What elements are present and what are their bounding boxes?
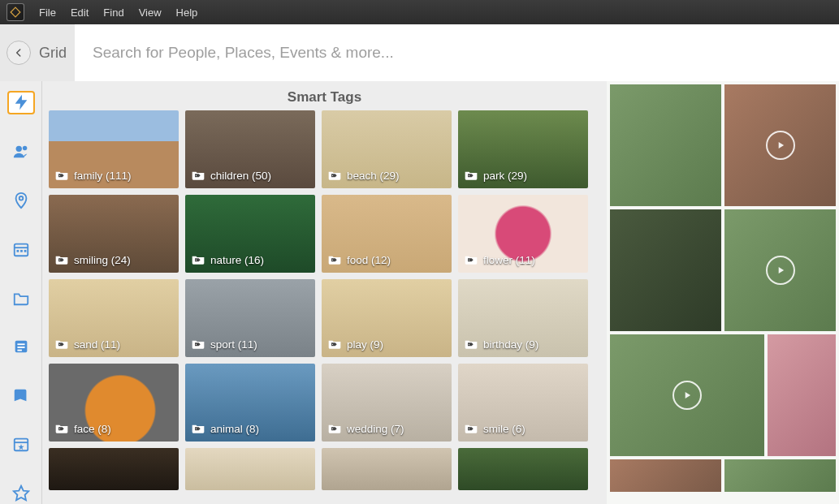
tag-overlay: sand (11) bbox=[55, 338, 120, 351]
svg-point-18 bbox=[332, 175, 333, 176]
view-mode-label: Grid bbox=[39, 45, 67, 62]
menu-file[interactable]: File bbox=[39, 6, 56, 19]
sidebar-auto-icon[interactable] bbox=[7, 91, 35, 114]
tag-overlay: smiling (24) bbox=[55, 253, 131, 267]
sidebar-places-icon[interactable] bbox=[7, 189, 35, 212]
tag-card-sand[interactable]: sand (11) bbox=[49, 279, 179, 357]
tag-card-face[interactable]: face (8) bbox=[49, 364, 179, 442]
tag-card-partial[interactable] bbox=[49, 448, 179, 490]
svg-point-0 bbox=[15, 145, 21, 151]
tag-label: family (111) bbox=[74, 170, 132, 182]
tag-card-park[interactable]: park (29) bbox=[458, 110, 588, 188]
tag-label: smiling (24) bbox=[74, 254, 131, 266]
tag-overlay: play (9) bbox=[328, 338, 383, 351]
tag-folder-icon bbox=[328, 338, 341, 351]
tag-overlay: flower (11) bbox=[465, 253, 535, 267]
menu-edit[interactable]: Edit bbox=[71, 6, 89, 19]
svg-rect-10 bbox=[17, 347, 24, 348]
tag-overlay: animal (8) bbox=[192, 422, 259, 436]
tag-label: park (29) bbox=[483, 170, 527, 182]
sidebar-people-icon[interactable] bbox=[7, 140, 35, 163]
tag-folder-icon bbox=[328, 169, 341, 183]
search-row: Grid bbox=[0, 24, 839, 81]
sidebar-events-icon[interactable] bbox=[7, 433, 35, 455]
tag-folder-icon bbox=[465, 253, 478, 267]
bg-tile[interactable] bbox=[724, 209, 836, 331]
tag-folder-icon bbox=[192, 422, 205, 436]
svg-rect-6 bbox=[20, 250, 23, 252]
tag-folder-icon bbox=[55, 338, 68, 351]
menu-find[interactable]: Find bbox=[103, 6, 123, 19]
bg-tile[interactable] bbox=[724, 84, 836, 206]
tag-folder-icon bbox=[55, 169, 68, 183]
tag-overlay: smile (6) bbox=[465, 422, 525, 436]
tag-card-birthday[interactable]: birthday (9) bbox=[458, 279, 588, 357]
filter-sidebar bbox=[0, 81, 42, 504]
tag-card-smile[interactable]: smile (6) bbox=[458, 364, 588, 442]
tag-folder-icon bbox=[465, 422, 478, 436]
sidebar-folders-icon[interactable] bbox=[7, 286, 35, 309]
menu-view[interactable]: View bbox=[139, 6, 162, 19]
menu-help[interactable]: Help bbox=[176, 6, 198, 19]
tag-thumbnail bbox=[458, 448, 588, 490]
bg-tile[interactable] bbox=[610, 209, 721, 331]
tag-label: beach (29) bbox=[347, 170, 400, 182]
tag-card-flower[interactable]: flower (11) bbox=[458, 195, 588, 273]
tag-label: nature (16) bbox=[210, 254, 264, 266]
tag-overlay: family (111) bbox=[55, 169, 132, 183]
svg-rect-7 bbox=[24, 250, 26, 252]
app-logo-icon bbox=[6, 3, 24, 21]
tag-overlay: wedding (7) bbox=[328, 422, 404, 436]
tag-overlay: face (8) bbox=[55, 422, 111, 436]
tag-overlay: food (12) bbox=[328, 253, 391, 267]
tag-card-partial[interactable] bbox=[322, 448, 452, 490]
tag-card-sport[interactable]: sport (11) bbox=[185, 279, 315, 357]
bg-tile[interactable] bbox=[610, 334, 764, 456]
svg-point-1 bbox=[22, 145, 27, 150]
sidebar-keywords-icon[interactable] bbox=[7, 335, 35, 358]
smart-tags-panel: Smart Tags family (111)children (50)beac… bbox=[42, 81, 607, 504]
tag-card-family[interactable]: family (111) bbox=[49, 110, 179, 188]
tag-folder-icon bbox=[192, 338, 205, 351]
tag-card-play[interactable]: play (9) bbox=[322, 279, 452, 357]
bg-tile[interactable] bbox=[724, 459, 836, 492]
tag-card-wedding[interactable]: wedding (7) bbox=[322, 364, 452, 442]
bg-tile[interactable] bbox=[768, 334, 836, 456]
sidebar-date-icon[interactable] bbox=[7, 238, 35, 261]
tag-overlay: beach (29) bbox=[328, 169, 400, 183]
tag-overlay: nature (16) bbox=[192, 253, 264, 267]
tag-label: wedding (7) bbox=[347, 423, 404, 435]
tag-card-beach[interactable]: beach (29) bbox=[322, 110, 452, 188]
svg-point-2 bbox=[19, 196, 23, 200]
back-button[interactable] bbox=[6, 41, 31, 65]
svg-point-25 bbox=[196, 344, 197, 345]
tag-grid: family (111)children (50)beach (29)park … bbox=[42, 110, 607, 497]
tag-folder-icon bbox=[465, 338, 478, 351]
tag-card-partial[interactable] bbox=[458, 448, 588, 490]
svg-point-24 bbox=[59, 344, 60, 345]
tag-card-nature[interactable]: nature (16) bbox=[185, 195, 315, 273]
tag-label: sport (11) bbox=[210, 338, 257, 351]
tag-card-animal[interactable]: animal (8) bbox=[185, 364, 315, 442]
svg-point-20 bbox=[59, 260, 60, 261]
tag-label: sand (11) bbox=[74, 338, 120, 351]
svg-point-27 bbox=[469, 344, 469, 345]
svg-point-29 bbox=[196, 429, 197, 429]
tag-card-food[interactable]: food (12) bbox=[322, 195, 452, 273]
bg-tile[interactable] bbox=[610, 84, 721, 206]
sidebar-ratings-icon[interactable] bbox=[7, 481, 35, 504]
tag-card-smiling[interactable]: smiling (24) bbox=[49, 195, 179, 273]
tag-overlay: birthday (9) bbox=[465, 338, 538, 351]
tag-folder-icon bbox=[55, 422, 68, 436]
search-input[interactable] bbox=[75, 24, 839, 81]
tag-thumbnail bbox=[322, 448, 452, 490]
menubar: File Edit Find View Help bbox=[0, 0, 839, 24]
tag-label: face (8) bbox=[74, 423, 111, 435]
tag-card-partial[interactable] bbox=[185, 448, 315, 490]
bg-tile[interactable] bbox=[610, 459, 721, 492]
svg-marker-33 bbox=[778, 267, 783, 274]
sidebar-albums-icon[interactable] bbox=[7, 384, 35, 407]
tag-card-children[interactable]: children (50) bbox=[185, 110, 315, 188]
tag-folder-icon bbox=[192, 169, 205, 183]
svg-point-17 bbox=[196, 175, 197, 176]
